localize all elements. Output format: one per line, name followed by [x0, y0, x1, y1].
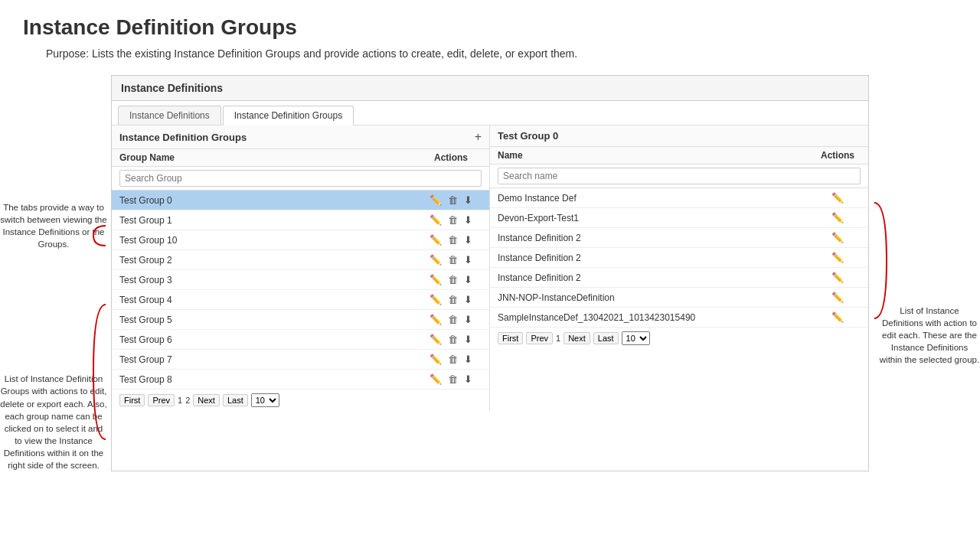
edit-def-6-button[interactable]: ✏️ — [830, 311, 845, 324]
definitions-search-input[interactable] — [498, 168, 861, 184]
groups-title: Instance Definition Groups — [119, 132, 247, 143]
tabs-bar: Instance Definitions Instance Definition… — [112, 101, 868, 126]
edit-group-0-button[interactable]: ✏️ — [428, 194, 443, 207]
group-row[interactable]: Test Group 6 ✏️ 🗑 ⬇ — [112, 330, 489, 350]
edit-group-5-button[interactable]: ✏️ — [428, 293, 443, 306]
left-note-bottom: List of Instance Definition Groups with … — [0, 373, 107, 471]
groups-first-button[interactable]: First — [119, 394, 145, 406]
main-panel: Instance Definitions Instance Definition… — [111, 75, 869, 471]
definitions-search-row — [490, 165, 868, 188]
group-row[interactable]: Test Group 0 ✏️ 🗑 ⬇ — [112, 191, 489, 210]
export-group-7-button[interactable]: ⬇ — [462, 333, 474, 346]
groups-header: Instance Definition Groups + — [112, 126, 489, 149]
definitions-table-header: Name Actions — [490, 147, 868, 165]
edit-group-2-button[interactable]: ✏️ — [428, 233, 443, 246]
brace-right-icon — [873, 201, 888, 320]
edit-group-4-button[interactable]: ✏️ — [428, 273, 443, 286]
panel-header: Instance Definitions — [112, 76, 868, 101]
export-group-3-button[interactable]: ⬇ — [462, 253, 474, 266]
group-row[interactable]: Test Group 2 ✏️ 🗑 ⬇ — [112, 250, 489, 270]
edit-def-2-button[interactable]: ✏️ — [830, 231, 845, 244]
page-title: Instance Definition Groups — [0, 0, 980, 47]
def-first-button[interactable]: First — [498, 332, 523, 344]
edit-group-9-button[interactable]: ✏️ — [428, 373, 443, 386]
group-row[interactable]: Test Group 10 ✏️ 🗑 ⬇ — [112, 230, 489, 250]
group-row[interactable]: Test Group 8 ✏️ 🗑 ⬇ — [112, 370, 489, 390]
def-per-page-select[interactable]: 10 25 50 — [622, 331, 650, 345]
tab-instance-definitions[interactable]: Instance Definitions — [118, 106, 221, 125]
groups-section: Instance Definition Groups + Group Name … — [112, 126, 490, 411]
groups-col-name: Group Name — [119, 152, 420, 163]
edit-group-7-button[interactable]: ✏️ — [428, 333, 443, 346]
groups-table-header: Group Name Actions — [112, 149, 489, 167]
delete-group-3-button[interactable]: 🗑 — [446, 253, 459, 266]
page-purpose: Purpose: Lists the existing Instance Def… — [0, 47, 980, 75]
groups-next-button[interactable]: Next — [193, 394, 220, 406]
group-row[interactable]: Test Group 5 ✏️ 🗑 ⬇ — [112, 310, 489, 330]
edit-def-1-button[interactable]: ✏️ — [830, 211, 845, 224]
delete-group-1-button[interactable]: 🗑 — [446, 214, 459, 227]
group-row[interactable]: Test Group 3 ✏️ 🗑 ⬇ — [112, 270, 489, 290]
group-row[interactable]: Test Group 1 ✏️ 🗑 ⬇ — [112, 210, 489, 230]
export-group-8-button[interactable]: ⬇ — [462, 353, 474, 366]
left-note-top: The tabs provide a way to switch between… — [0, 201, 107, 250]
edit-group-3-button[interactable]: ✏️ — [428, 253, 443, 266]
tab-instance-definition-groups[interactable]: Instance Definition Groups — [223, 106, 354, 126]
content-area: Instance Definition Groups + Group Name … — [112, 126, 868, 411]
group-row[interactable]: Test Group 7 ✏️ 🗑 ⬇ — [112, 350, 489, 370]
export-group-5-button[interactable]: ⬇ — [462, 293, 474, 306]
export-group-4-button[interactable]: ⬇ — [462, 273, 474, 286]
delete-group-4-button[interactable]: 🗑 — [446, 273, 459, 286]
add-group-button[interactable]: + — [475, 130, 482, 144]
groups-page1: 1 — [178, 396, 182, 405]
def-row: Instance Definition 2 ✏️ — [490, 228, 868, 248]
delete-group-0-button[interactable]: 🗑 — [446, 194, 459, 207]
def-row: Instance Definition 2 ✏️ — [490, 248, 868, 268]
groups-col-actions: Actions — [420, 152, 482, 163]
groups-prev-button[interactable]: Prev — [148, 394, 175, 406]
delete-group-2-button[interactable]: 🗑 — [446, 233, 459, 246]
brace-top-icon — [92, 224, 107, 247]
groups-search-input[interactable] — [119, 170, 482, 187]
def-row: JNN-NOP-InstanceDefinition ✏️ — [490, 288, 868, 308]
edit-def-5-button[interactable]: ✏️ — [830, 291, 845, 304]
def-next-button[interactable]: Next — [564, 332, 590, 344]
export-group-9-button[interactable]: ⬇ — [462, 373, 474, 386]
right-annotation: List of Instance Definitions with action… — [873, 75, 980, 471]
groups-search-row — [112, 167, 489, 191]
edit-def-3-button[interactable]: ✏️ — [830, 251, 845, 264]
left-annotation: The tabs provide a way to switch between… — [0, 75, 107, 471]
group-row[interactable]: Test Group 4 ✏️ 🗑 ⬇ — [112, 290, 489, 310]
definitions-header: Test Group 0 — [490, 126, 868, 147]
definitions-title: Test Group 0 — [498, 130, 558, 142]
delete-group-7-button[interactable]: 🗑 — [446, 333, 459, 346]
delete-group-9-button[interactable]: 🗑 — [446, 373, 459, 386]
edit-group-6-button[interactable]: ✏️ — [428, 313, 443, 326]
def-row: Demo Instance Def ✏️ — [490, 188, 868, 208]
delete-group-6-button[interactable]: 🗑 — [446, 313, 459, 326]
def-prev-button[interactable]: Prev — [526, 332, 553, 344]
brace-bottom-icon — [92, 303, 107, 441]
edit-group-1-button[interactable]: ✏️ — [428, 214, 443, 227]
groups-page2: 2 — [185, 396, 190, 405]
def-row: Devon-Export-Test1 ✏️ — [490, 208, 868, 228]
def-last-button[interactable]: Last — [593, 332, 619, 344]
def-col-name: Name — [498, 150, 815, 161]
export-group-2-button[interactable]: ⬇ — [462, 233, 474, 246]
export-group-6-button[interactable]: ⬇ — [462, 313, 474, 326]
export-group-0-button[interactable]: ⬇ — [462, 194, 474, 207]
delete-group-8-button[interactable]: 🗑 — [446, 353, 459, 366]
edit-def-0-button[interactable]: ✏️ — [830, 191, 845, 204]
edit-group-8-button[interactable]: ✏️ — [428, 353, 443, 366]
definitions-pagination: First Prev 1 Next Last 10 25 50 — [490, 328, 868, 349]
groups-last-button[interactable]: Last — [223, 394, 248, 406]
def-col-actions: Actions — [815, 150, 861, 161]
export-group-1-button[interactable]: ⬇ — [462, 214, 474, 227]
delete-group-5-button[interactable]: 🗑 — [446, 293, 459, 306]
def-row: Instance Definition 2 ✏️ — [490, 268, 868, 288]
groups-per-page-select[interactable]: 10 25 50 — [251, 393, 279, 407]
def-row: SampleInstanceDef_13042021_1013423015490… — [490, 308, 868, 328]
definitions-section: Test Group 0 Name Actions Demo Instance … — [490, 126, 868, 411]
edit-def-4-button[interactable]: ✏️ — [830, 271, 845, 284]
right-note: List of Instance Definitions with action… — [873, 305, 980, 366]
